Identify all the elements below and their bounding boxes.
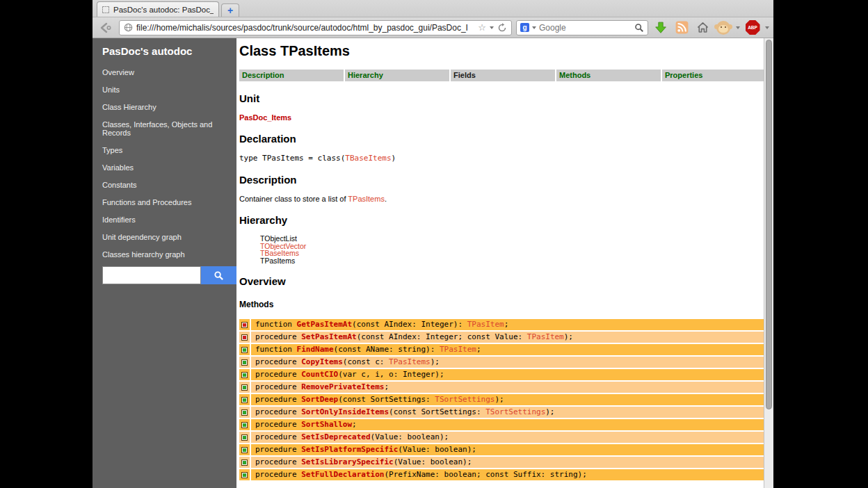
hierarchy-entry-tbaseitems[interactable]: TBaseItems: [260, 250, 766, 257]
sidebar-search-button[interactable]: [201, 266, 236, 284]
method-row: procedure SortShallow;: [239, 419, 766, 430]
identifier-link[interactable]: SortShallow: [301, 420, 352, 429]
addon-monkey-button[interactable]: [715, 19, 732, 36]
code-text: (const SortSettings:: [338, 395, 435, 404]
red-square-marker-icon: [241, 334, 248, 341]
reload-icon[interactable]: [497, 23, 507, 33]
sidebar-item-functions-and-procedures[interactable]: Functions and Procedures: [102, 197, 236, 208]
code-text: procedure: [255, 332, 301, 341]
home-button[interactable]: [694, 19, 711, 36]
type-link[interactable]: TPasItems: [389, 357, 431, 366]
adblock-plus-button[interactable]: ABP: [744, 19, 761, 36]
sidebar-search-input[interactable]: [102, 266, 201, 284]
back-arrow-icon: [99, 22, 113, 34]
rss-feed-button[interactable]: [673, 19, 690, 36]
identifier-link[interactable]: SetIsLibrarySpecific: [301, 457, 393, 466]
method-declaration: procedure SortDeep(const SortSettings: T…: [251, 394, 766, 405]
vertical-scrollbar[interactable]: [764, 38, 773, 488]
unit-link[interactable]: PasDoc_Items: [239, 113, 766, 122]
type-link[interactable]: TPasItem: [440, 345, 476, 354]
type-link[interactable]: TPasItems: [348, 195, 385, 203]
search-engine-chevron-icon[interactable]: [532, 26, 536, 29]
class-nav-properties[interactable]: Properties: [662, 70, 766, 81]
hierarchy-entry-tobjectlist: TObjectList: [260, 235, 766, 243]
method-declaration: function GetPasItemAt(const AIndex: Inte…: [251, 319, 766, 330]
new-tab-button[interactable]: +: [221, 3, 239, 17]
url-bar[interactable]: file:///home/michalis/sources/pasdoc/tru…: [119, 20, 512, 35]
identifier-link[interactable]: SetPasItemAt: [301, 332, 356, 341]
method-declaration: procedure CopyItems(const c: TPasItems);: [251, 357, 766, 368]
identifier-link[interactable]: SortOnlyInsideItems: [301, 407, 389, 416]
identifier-link[interactable]: SortDeep: [301, 395, 338, 404]
method-row: procedure SetIsLibrarySpecific(Value: bo…: [239, 457, 766, 468]
hierarchy-entry-tobjectvector[interactable]: TObjectVector: [260, 243, 766, 250]
code-text: procedure: [255, 382, 301, 391]
method-row: procedure SetFullDeclaration(PrefixName:…: [239, 469, 766, 480]
google-engine-icon[interactable]: g: [520, 23, 529, 32]
class-section-nav: DescriptionHierarchyFieldsMethodsPropert…: [239, 70, 766, 81]
magnifier-icon: [214, 270, 224, 281]
sidebar-item-classes-hierarchy-graph[interactable]: Classes hierarchy graph: [102, 249, 236, 260]
identifier-link[interactable]: SetFullDeclaration: [301, 470, 384, 479]
visibility-cell: [239, 469, 250, 480]
sidebar-item-identifiers[interactable]: Identifiers: [102, 214, 236, 225]
plus-icon: +: [227, 5, 233, 16]
navigation-toolbar: file:///home/michalis/sources/pasdoc/tru…: [93, 17, 773, 38]
sidebar-item-class-hierarchy[interactable]: Class Hierarchy: [102, 101, 236, 113]
sidebar-item-unit-dependency-graph[interactable]: Unit dependency graph: [102, 231, 236, 243]
type-link[interactable]: TSortSettings: [435, 395, 495, 404]
code-text: ;: [384, 382, 389, 391]
code-text: );: [431, 357, 440, 366]
bookmark-star-icon[interactable]: ☆: [478, 22, 486, 33]
sidebar-item-overview[interactable]: Overview: [102, 67, 236, 78]
code-text: (const AIndex: Integer; const Value:: [357, 332, 527, 341]
visibility-cell: [239, 332, 250, 343]
green-square-marker-icon: [241, 359, 248, 366]
class-nav-hierarchy[interactable]: Hierarchy: [345, 70, 449, 81]
url-dropdown-chevron-icon[interactable]: [490, 26, 494, 29]
methods-table: function GetPasItemAt(const AIndex: Inte…: [239, 319, 766, 480]
identifier-link[interactable]: FindName: [297, 345, 334, 354]
search-bar[interactable]: g: [516, 20, 648, 35]
tab-favicon-placeholder-icon: [102, 6, 109, 13]
search-magnifier-icon[interactable]: [634, 23, 644, 33]
identifier-link[interactable]: CopyItems: [301, 357, 343, 366]
sidebar-search: [102, 266, 236, 284]
type-link[interactable]: TPasItem: [527, 332, 564, 341]
back-button[interactable]: [97, 20, 115, 35]
scrollbar-thumb[interactable]: [766, 40, 772, 409]
type-link[interactable]: TPasItem: [467, 320, 504, 329]
type-link[interactable]: TBaseItems: [345, 154, 391, 163]
method-row: procedure CopyItems(const c: TPasItems);: [239, 357, 766, 368]
adblock-dropdown-chevron-icon[interactable]: [765, 26, 769, 29]
addon-dropdown-chevron-icon[interactable]: [736, 26, 740, 29]
code-text: procedure: [255, 357, 301, 366]
sidebar-item-units[interactable]: Units: [102, 84, 236, 95]
code-text: procedure: [255, 395, 301, 404]
method-declaration: procedure SetIsLibrarySpecific(Value: bo…: [251, 457, 766, 468]
sidebar-item-constants[interactable]: Constants: [102, 179, 236, 190]
code-text: (Value: boolean);: [398, 445, 476, 454]
identifier-link[interactable]: GetPasItemAt: [297, 320, 352, 329]
type-link[interactable]: TSortSettings: [485, 407, 545, 416]
sidebar-item-variables[interactable]: Variables: [102, 162, 236, 173]
code-text: (var c, i, o: Integer);: [338, 370, 444, 379]
downloads-button[interactable]: [652, 19, 669, 36]
class-nav-methods[interactable]: Methods: [556, 70, 661, 81]
search-input[interactable]: [539, 23, 632, 33]
class-nav-description[interactable]: Description: [239, 70, 344, 81]
unit-heading: Unit: [239, 92, 766, 104]
method-declaration: procedure SetPasItemAt(const AIndex: Int…: [251, 332, 766, 343]
identifier-link[interactable]: CountCIO: [301, 370, 338, 379]
code-text: (const c:: [343, 357, 389, 366]
sidebar-item-classes-interfaces-objects-and-records[interactable]: Classes, Interfaces, Objects and Records: [102, 119, 236, 138]
browser-tab[interactable]: PasDoc's autodoc: PasDoc_I...: [97, 1, 219, 17]
method-declaration: procedure SetIsDeprecated(Value: boolean…: [251, 432, 766, 443]
identifier-link[interactable]: SetIsPlatformSpecific: [301, 445, 398, 454]
identifier-link[interactable]: RemovePrivateItems: [301, 382, 384, 391]
url-text[interactable]: file:///home/michalis/sources/pasdoc/tru…: [136, 23, 474, 33]
sidebar-item-types[interactable]: Types: [102, 145, 236, 156]
method-row: procedure SetIsDeprecated(Value: boolean…: [239, 432, 766, 443]
identifier-link[interactable]: SetIsDeprecated: [301, 432, 370, 441]
methods-heading: Methods: [239, 300, 766, 309]
